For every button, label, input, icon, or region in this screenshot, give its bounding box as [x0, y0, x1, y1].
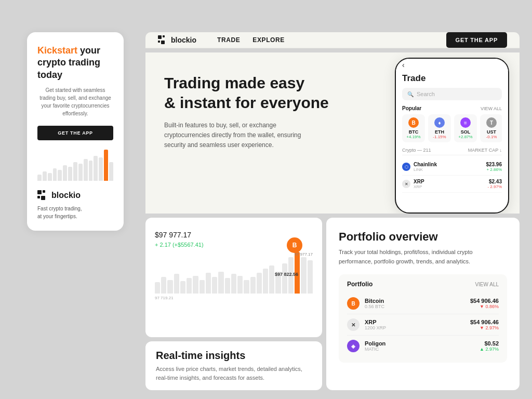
- chart-value-main: $97 977: [155, 231, 181, 239]
- chart-header: $97 977.17 + 2.17 (+$5567.41) B: [155, 227, 313, 248]
- coin-eth[interactable]: ♦ ETH -1.15%: [428, 114, 451, 142]
- accent-bar: [104, 150, 108, 181]
- nav-cta-button[interactable]: GET THE APP: [446, 32, 507, 48]
- portfolio-row-matic[interactable]: ◈ Poligon MATIC $0.52 ▲ 2.97%: [347, 336, 499, 356]
- bar: [53, 168, 57, 181]
- left-card-cta-button[interactable]: GET THE APP: [37, 126, 113, 140]
- sol-icon: ≡: [460, 117, 471, 128]
- bar: [43, 171, 47, 181]
- chart-bar: [155, 282, 160, 294]
- tagline-line1: Fast crypto trading,: [37, 206, 82, 211]
- portfolio-btc-name: Bitcoin: [365, 298, 384, 304]
- nav-logo-sq-2: [163, 35, 165, 37]
- eth-change: -1.15%: [432, 135, 447, 139]
- coin-ust[interactable]: T UST -0.1%: [480, 114, 502, 142]
- chart-bar: [193, 276, 198, 294]
- portfolio-btc-icon: B: [347, 297, 360, 310]
- left-card-tagline: Fast crypto trading, at your fingertips.: [37, 205, 113, 220]
- chart-bar: [212, 277, 217, 294]
- portfolio-xrp-change: ▼ 2.97%: [470, 325, 499, 330]
- bar: [109, 162, 113, 181]
- btc-icon: B: [408, 117, 419, 128]
- portfolio-btc-amount: 0.56 BTC: [365, 304, 384, 309]
- portfolio-btc-change: ▼ 0.86%: [470, 304, 499, 309]
- nav-link-explore[interactable]: EXPLORE: [252, 36, 285, 44]
- phone-crypto-right: $23.96 + 2.86%: [486, 162, 502, 172]
- phone-search-bar[interactable]: 🔍 Search: [402, 88, 502, 100]
- chart-bar: [269, 265, 274, 294]
- realtime-desc: Access live price charts, market trends,…: [156, 365, 312, 382]
- tagline-line2: at your fingertips.: [37, 214, 77, 219]
- ust-change: -0.1%: [484, 135, 499, 139]
- chart-card-wrapper: $97 977.17 + 2.17 (+$5567.41) B 97 977.1…: [145, 218, 322, 390]
- bar: [58, 170, 62, 181]
- btc-change: +4.19%: [406, 135, 421, 139]
- portfolio-row-btc[interactable]: B Bitcoin 0.56 BTC $54 906.46 ▼ 0.86%: [347, 293, 499, 314]
- link-ticker: LINK: [414, 167, 437, 172]
- chart-bar: [206, 273, 211, 294]
- xrp-name: XRP: [414, 179, 424, 184]
- portfolio-xrp-info: XRP 1200 XRP: [365, 319, 386, 330]
- portfolio-card: Portfolio overview Track your total hold…: [326, 218, 520, 390]
- chart-bar: [225, 278, 230, 294]
- phone-coins-row: B BTC +4.19% ♦ ETH -1.15% ≡ SOL +2.87%: [402, 114, 502, 142]
- search-icon: 🔍: [407, 91, 414, 97]
- xrp-name-block: XRP XRP: [414, 179, 424, 189]
- accent-text: Kickstart: [37, 45, 77, 56]
- portfolio-view-all-button[interactable]: VIEW ALL: [475, 282, 499, 287]
- bar: [73, 162, 77, 181]
- phone-crypto-row-link[interactable]: ⬡ Chainlink LINK $23.96 + 2.86%: [402, 158, 502, 176]
- portfolio-table-header: Portfolio VIEW ALL: [347, 281, 499, 288]
- coin-sol[interactable]: ≡ SOL +2.87%: [454, 114, 477, 142]
- bar: [68, 167, 72, 181]
- chart-bar: [237, 276, 243, 294]
- left-card-subtitle: Get started with seamless trading buy, s…: [37, 86, 113, 117]
- xrp-ticker: XRP: [414, 184, 424, 189]
- bar: [99, 157, 103, 181]
- phone-crypto-row-xrp[interactable]: ✕ XRP XRP $2.43 - 2.97%: [402, 176, 502, 193]
- phone-trade-title: Trade: [402, 73, 502, 84]
- link-icon: ⬡: [402, 163, 410, 171]
- portfolio-table: Portfolio VIEW ALL B Bitcoin 0.56 BTC $5…: [339, 274, 507, 363]
- portfolio-xrp-price: $54 906.46: [470, 319, 499, 325]
- portfolio-btc-info: Bitcoin 0.56 BTC: [365, 298, 384, 309]
- bottom-row: $97 977.17 + 2.17 (+$5567.41) B 97 977.1…: [145, 218, 520, 390]
- chart-bar: [308, 260, 313, 294]
- nav-logo-sq-1: [158, 35, 162, 39]
- phone-market-cap-label: MARKET CAP ↓: [468, 148, 502, 153]
- portfolio-matic-icon: ◈: [347, 340, 360, 352]
- xrp-change: - 2.97%: [487, 184, 502, 189]
- chart-bar: [301, 257, 306, 294]
- coin-btc[interactable]: B BTC +4.19%: [402, 114, 425, 142]
- phone-popular-row: Popular VIEW ALL: [402, 105, 502, 111]
- ust-icon: T: [486, 117, 497, 128]
- portfolio-title: Portfolio overview: [339, 230, 507, 244]
- portfolio-matic-name: Poligon: [365, 340, 385, 347]
- btc-badge: B: [287, 237, 302, 253]
- link-change: + 2.86%: [486, 167, 502, 172]
- chart-bar: [282, 263, 287, 294]
- phone-content: Trade 🔍 Search Popular VIEW ALL B BTC +4…: [396, 71, 508, 193]
- nav-links: TRADE EXPLORE: [217, 36, 285, 44]
- nav-link-trade[interactable]: TRADE: [217, 36, 240, 44]
- hero-title-line1: Trading made easy: [164, 74, 304, 91]
- chart-bar: [263, 269, 268, 294]
- phone-view-all-button[interactable]: VIEW ALL: [481, 106, 502, 111]
- phone-crypto-right-xrp: $2.43 - 2.97%: [487, 179, 502, 189]
- hero-title-line2: & instant for everyone: [164, 94, 329, 111]
- phone-crypto-header: Crypto — 211 MARKET CAP ↓: [402, 148, 502, 155]
- btc-name: BTC: [406, 129, 421, 135]
- portfolio-matic-info: Poligon MATIC: [365, 340, 385, 352]
- chart-bar: [174, 274, 179, 294]
- bar: [94, 156, 98, 181]
- phone-back-button[interactable]: ‹: [402, 61, 405, 69]
- sol-name: SOL: [458, 129, 473, 135]
- nav-logo-sq-3: [158, 41, 160, 43]
- chart-bottom-labels: 97 719.21: [155, 296, 313, 300]
- realtime-title: Real-time insights: [156, 350, 312, 362]
- chart-bar: [218, 272, 223, 294]
- portfolio-matic-value: $0.52 ▲ 2.97%: [480, 340, 499, 352]
- portfolio-matic-price: $0.52: [480, 340, 499, 347]
- portfolio-row-xrp[interactable]: ✕ XRP 1200 XRP $54 906.46 ▼ 2.97%: [347, 314, 499, 336]
- chart-label-top: 97 977.17: [294, 252, 313, 257]
